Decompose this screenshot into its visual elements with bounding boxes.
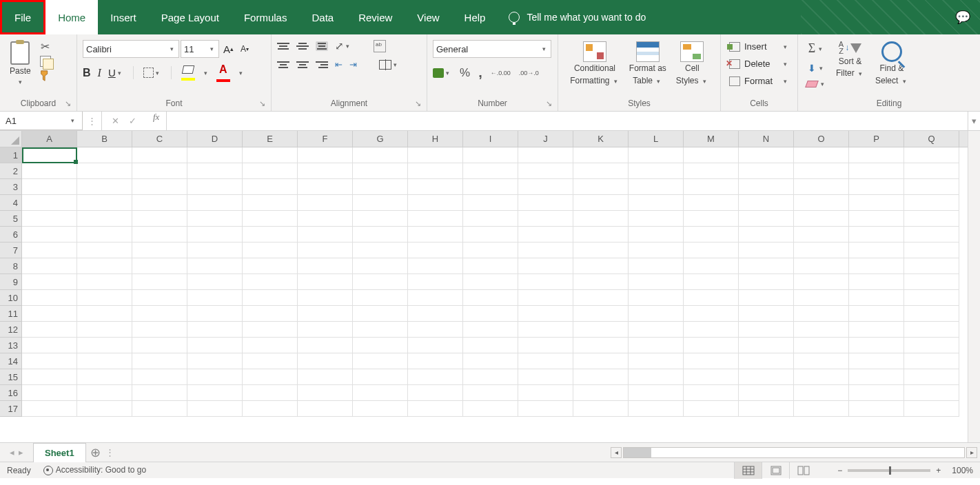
increase-decimal-button[interactable]: ←.0.00 bbox=[491, 69, 511, 77]
cell[interactable] bbox=[518, 401, 573, 417]
fill-button[interactable]: ⬇▾ bbox=[804, 61, 829, 75]
cell[interactable] bbox=[408, 211, 463, 227]
cell[interactable] bbox=[22, 163, 77, 179]
cell[interactable] bbox=[684, 306, 739, 322]
cell[interactable] bbox=[187, 369, 243, 385]
cell[interactable] bbox=[187, 306, 243, 322]
align-left-button[interactable] bbox=[277, 61, 289, 68]
cell[interactable] bbox=[739, 211, 794, 227]
cell[interactable] bbox=[573, 322, 629, 338]
cell[interactable] bbox=[243, 258, 298, 274]
increase-indent-button[interactable]: ⇥ bbox=[349, 59, 357, 70]
cell[interactable] bbox=[573, 338, 629, 353]
cell[interactable] bbox=[629, 338, 684, 353]
cell[interactable] bbox=[243, 179, 298, 195]
decrease-decimal-button[interactable]: .00→.0 bbox=[519, 69, 539, 77]
cell[interactable] bbox=[353, 306, 408, 322]
cell[interactable] bbox=[573, 211, 629, 227]
cell[interactable] bbox=[77, 242, 132, 258]
cell[interactable] bbox=[573, 290, 629, 306]
cell[interactable] bbox=[794, 385, 849, 401]
cell[interactable] bbox=[298, 227, 353, 242]
cell[interactable] bbox=[463, 258, 518, 274]
name-box-options[interactable]: ⋮ bbox=[83, 112, 102, 130]
cell[interactable] bbox=[573, 258, 629, 274]
cell[interactable] bbox=[298, 401, 353, 417]
cell[interactable] bbox=[849, 195, 904, 211]
enter-formula-button[interactable]: ✓ bbox=[129, 116, 136, 126]
cell[interactable] bbox=[794, 290, 849, 306]
row-header[interactable]: 7 bbox=[0, 242, 22, 258]
cell[interactable] bbox=[849, 163, 904, 179]
cell[interactable] bbox=[629, 195, 684, 211]
cell[interactable] bbox=[794, 179, 849, 195]
cell[interactable] bbox=[298, 242, 353, 258]
align-right-button[interactable] bbox=[316, 61, 328, 68]
tab-home[interactable]: Home bbox=[45, 0, 98, 34]
zoom-slider[interactable] bbox=[848, 469, 930, 472]
cell[interactable] bbox=[77, 290, 132, 306]
cell[interactable] bbox=[684, 290, 739, 306]
cell[interactable] bbox=[463, 274, 518, 290]
cell[interactable] bbox=[684, 385, 739, 401]
cell[interactable] bbox=[849, 274, 904, 290]
cell[interactable] bbox=[904, 385, 959, 401]
row-header[interactable]: 9 bbox=[0, 274, 22, 290]
cell[interactable] bbox=[794, 227, 849, 242]
conditional-formatting-button[interactable]: Conditional Formatting ▾ bbox=[566, 40, 624, 87]
cell[interactable] bbox=[573, 195, 629, 211]
orientation-button[interactable]: ⤢▾ bbox=[335, 40, 351, 52]
cell[interactable] bbox=[132, 163, 187, 179]
sheet-nav-next[interactable]: ▸ bbox=[19, 447, 23, 457]
increase-font-button[interactable]: A▴ bbox=[221, 42, 236, 56]
row-header[interactable]: 5 bbox=[0, 211, 22, 227]
cell[interactable] bbox=[904, 195, 959, 211]
cell[interactable] bbox=[629, 163, 684, 179]
cell[interactable] bbox=[629, 147, 684, 163]
cell[interactable] bbox=[132, 290, 187, 306]
cell[interactable] bbox=[353, 385, 408, 401]
cell[interactable] bbox=[187, 322, 243, 338]
cell[interactable] bbox=[518, 242, 573, 258]
accessibility-status[interactable]: Accessibility: Good to go bbox=[43, 465, 146, 475]
cell[interactable] bbox=[187, 258, 243, 274]
cell[interactable] bbox=[629, 258, 684, 274]
cell[interactable] bbox=[353, 369, 408, 385]
cell[interactable] bbox=[22, 290, 77, 306]
cell[interactable] bbox=[684, 195, 739, 211]
cell[interactable] bbox=[904, 353, 959, 369]
cell[interactable] bbox=[408, 179, 463, 195]
cell[interactable] bbox=[132, 369, 187, 385]
cell[interactable] bbox=[739, 163, 794, 179]
column-header[interactable]: B bbox=[77, 131, 132, 147]
cell[interactable] bbox=[684, 338, 739, 353]
cell[interactable] bbox=[298, 369, 353, 385]
view-page-break-button[interactable] bbox=[789, 462, 817, 479]
cell[interactable] bbox=[353, 242, 408, 258]
cell[interactable] bbox=[463, 369, 518, 385]
cell[interactable] bbox=[849, 227, 904, 242]
cell[interactable] bbox=[353, 353, 408, 369]
cell[interactable] bbox=[904, 369, 959, 385]
cell[interactable] bbox=[463, 163, 518, 179]
cell[interactable] bbox=[298, 163, 353, 179]
cell[interactable] bbox=[849, 322, 904, 338]
cell[interactable] bbox=[684, 369, 739, 385]
select-all-corner[interactable] bbox=[0, 131, 22, 147]
cell[interactable] bbox=[518, 147, 573, 163]
comma-format-button[interactable]: , bbox=[478, 65, 482, 81]
cell[interactable] bbox=[132, 179, 187, 195]
cell[interactable] bbox=[684, 211, 739, 227]
cell[interactable] bbox=[77, 227, 132, 242]
column-header[interactable]: O bbox=[794, 131, 849, 147]
tab-split-handle[interactable]: ⋮ bbox=[105, 447, 111, 457]
cell[interactable] bbox=[22, 322, 77, 338]
zoom-level[interactable]: 100% bbox=[952, 466, 973, 475]
tell-me-search[interactable]: Tell me what you want to do bbox=[498, 12, 657, 23]
format-as-table-button[interactable]: Format as Table ▾ bbox=[625, 40, 671, 87]
chevron-down-icon[interactable]: ▾ bbox=[237, 70, 245, 76]
cell[interactable] bbox=[739, 369, 794, 385]
cell[interactable] bbox=[684, 242, 739, 258]
wrap-text-button[interactable] bbox=[374, 40, 386, 52]
cell[interactable] bbox=[518, 179, 573, 195]
